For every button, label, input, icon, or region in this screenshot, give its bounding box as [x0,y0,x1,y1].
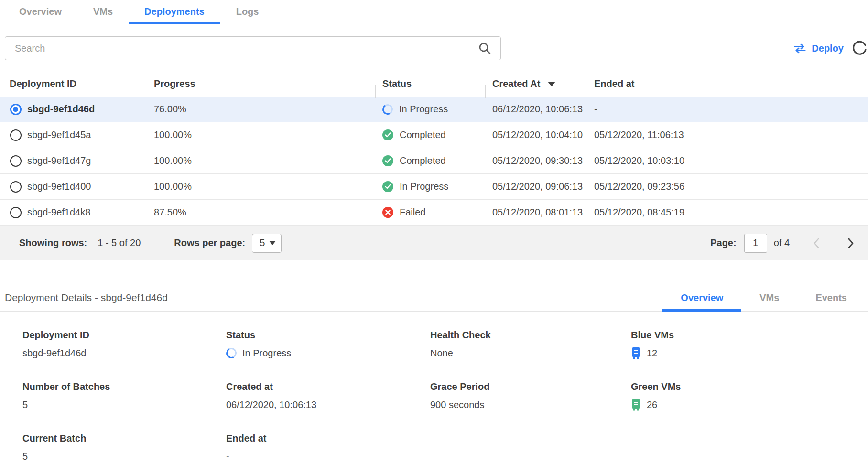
status-text: In Progress [399,104,448,115]
previous-page-button[interactable] [813,237,820,249]
table-header-row: Deployment ID Progress Status Created At… [0,71,868,97]
search-box [5,36,501,60]
row-radio[interactable] [10,104,22,115]
chevron-left-icon [813,237,820,249]
deploy-swap-icon [793,43,806,53]
progress-cell: 100.00% [147,129,375,140]
details-grid: Deployment IDsbgd-9ef1d46dStatusIn Progr… [0,312,868,463]
progress-cell: 100.00% [147,181,375,192]
created-at-cell: 05/12/2020, 09:06:13 [485,181,587,192]
created-at-cell: 06/12/2020, 10:06:13 [485,104,587,115]
column-header-ended-at[interactable]: Ended at [587,78,868,89]
server-icon-green [631,399,641,411]
chevron-right-icon [847,237,855,249]
deployment-id-cell: sbgd-9ef1d4k8 [27,207,147,218]
details-field-value: 26 [631,399,868,411]
details-field: Deployment IDsbgd-9ef1d46d [22,330,226,359]
deployment-id-cell: sbgd-9ef1d45a [27,129,147,140]
ended-at-cell: 05/12/2020, 10:03:10 [587,155,868,166]
details-tab-bar: Overview VMs Events [662,292,865,312]
rows-per-page-label: Rows per page: [174,237,245,248]
table-body: sbgd-9ef1d46d76.00%In Progress06/12/2020… [0,97,868,226]
completed-check-icon [382,129,393,140]
deployment-id-cell: sbgd-9ef1d46d [27,104,147,115]
details-field-value: 5 [22,399,226,411]
row-radio[interactable] [10,181,22,193]
details-field-label: Status [226,330,430,341]
ended-at-cell: 05/12/2020, 08:45:19 [587,207,868,218]
ended-at-cell: - [587,104,868,115]
details-field-value: sbgd-9ef1d46d [22,347,226,359]
tab-logs[interactable]: Logs [220,6,275,24]
status-cell: In Progress [375,104,485,115]
deployment-details-section: Deployment Details - sbgd-9ef1d46d Overv… [0,260,868,463]
details-field: Blue VMs12 [631,330,868,359]
column-header-status[interactable]: Status [375,78,485,89]
status-text: Failed [400,207,425,218]
status-text: Completed [400,155,446,166]
rows-per-page-value: 5 [260,237,265,248]
ended-at-cell: 05/12/2020, 09:23:56 [587,181,868,192]
next-page-button[interactable] [847,237,855,249]
tab-vms[interactable]: VMs [77,6,129,24]
tab-deployments[interactable]: Deployments [129,6,220,24]
deployments-page: Overview VMs Deployments Logs Deploy [0,0,868,474]
details-field-value: In Progress [226,347,430,359]
status-cell: Failed [375,207,485,218]
created-at-cell: 05/12/2020, 08:01:13 [485,207,587,218]
radio-dot [13,107,18,112]
column-header-deployment-id[interactable]: Deployment ID [0,78,147,89]
refresh-icon[interactable] [851,38,868,59]
details-field: Health CheckNone [430,330,631,359]
details-field: Current Batch5 [22,433,226,463]
completed-check-icon [382,181,393,192]
table-row[interactable]: sbgd-9ef1d4k887.50%Failed05/12/2020, 08:… [0,200,868,226]
search-icon [478,42,491,57]
details-field-value: 900 seconds [430,399,631,411]
details-title: Deployment Details - sbgd-9ef1d46d [5,292,168,303]
column-header-created-at[interactable]: Created At [485,78,587,89]
details-tab-overview[interactable]: Overview [662,292,741,312]
server-icon-blue [631,347,641,359]
page-number-input[interactable] [744,234,767,253]
details-tab-events[interactable]: Events [797,292,865,312]
row-radio[interactable] [10,129,22,141]
in-progress-spinner-icon [381,103,394,116]
details-field: Ended at- [226,433,430,463]
row-radio[interactable] [10,207,22,218]
details-field-value: - [226,450,430,463]
in-progress-spinner-icon [225,347,238,360]
status-cell: In Progress [375,181,485,192]
details-field-label: Ended at [226,433,430,444]
search-input[interactable] [5,36,501,60]
details-field-value: None [430,347,631,359]
rows-per-page-select[interactable]: 5 [252,234,282,253]
progress-cell: 76.00% [147,104,375,115]
details-header: Deployment Details - sbgd-9ef1d46d Overv… [0,260,868,312]
table-row[interactable]: sbgd-9ef1d46d76.00%In Progress06/12/2020… [0,97,868,122]
details-field-value: 12 [631,347,868,359]
column-header-progress[interactable]: Progress [147,78,375,89]
deploy-button[interactable]: Deploy [793,43,844,54]
table-row[interactable]: sbgd-9ef1d400100.00%In Progress05/12/202… [0,174,868,200]
tab-overview[interactable]: Overview [3,6,77,24]
failed-x-icon [382,207,393,218]
progress-cell: 100.00% [147,155,375,166]
details-field-label: Green VMs [631,381,868,392]
created-at-cell: 05/12/2020, 09:30:13 [485,155,587,166]
details-field-label: Number of Batches [22,381,226,392]
details-field-value: 5 [22,450,226,463]
details-field-label: Current Batch [22,433,226,444]
details-tab-vms[interactable]: VMs [741,292,797,312]
details-field-label: Created at [226,381,430,392]
deployment-id-cell: sbgd-9ef1d400 [27,181,147,192]
details-field: Number of Batches5 [22,381,226,411]
page-label: Page: [710,237,736,248]
deployments-table: Deployment ID Progress Status Created At… [0,71,868,260]
table-row[interactable]: sbgd-9ef1d45a100.00%Completed05/12/2020,… [0,122,868,148]
deployment-id-cell: sbgd-9ef1d47g [27,155,147,166]
table-row[interactable]: sbgd-9ef1d47g100.00%Completed05/12/2020,… [0,148,868,174]
row-radio[interactable] [10,155,22,167]
details-field-label: Grace Period [430,381,631,392]
status-text: In Progress [400,181,448,192]
